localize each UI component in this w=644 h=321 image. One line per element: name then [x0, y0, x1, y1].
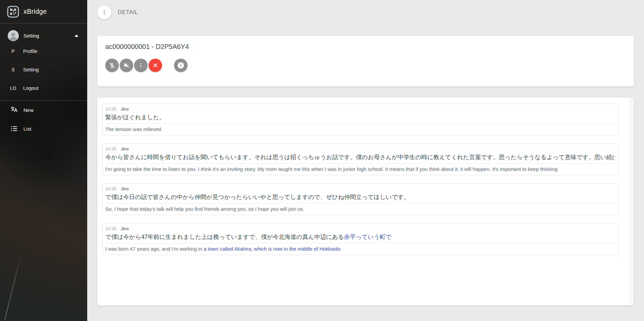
translation-text-segment: I was born 47 years ago, and I'm working… [105, 246, 204, 252]
message-source-text: で僕は今日の話で皆さんの中から仲間が見つかったらいいやと思ってしますので、ぜひね… [105, 192, 615, 203]
transcript-card: 10:25 Jiro 緊張がほぐれました。 The tension was re… [97, 98, 634, 306]
source-text-segment: で僕は今日の話で皆さんの中から仲間が見つかったらいいやと思ってしますので、ぜひね… [105, 194, 410, 200]
source-link-segment[interactable]: 赤平っていう町で [344, 234, 391, 240]
message-meta: 10:25 Jiro [105, 226, 615, 232]
message-speaker: Jiro [121, 186, 129, 191]
sidebar-item-profile[interactable]: P Profile [0, 42, 87, 60]
message-translation-text: So, I hope that today's talk will help y… [105, 203, 615, 215]
sidebar-user-menu-toggle[interactable]: Setting [0, 29, 87, 42]
message-translation-text: I was born 47 years ago, and I'm working… [105, 243, 615, 255]
volume-off-button[interactable] [120, 59, 133, 72]
close-icon [152, 62, 159, 69]
session-id: ac0000000001 - D2P5A6Y4 [105, 43, 626, 51]
message-time: 10:25 [105, 146, 116, 151]
sidebar: xBridge Setting P Profile S Setting LO L… [0, 0, 87, 321]
app-logo-icon [7, 6, 19, 18]
message-time: 10:25 [105, 107, 116, 112]
main-content: DETAIL ac0000000001 - D2P5A6Y4 [87, 0, 644, 321]
source-text-segment: 今から皆さんに時間を借りてお話を聞いてもらいます。それは思うは招くっちゅうお話で… [105, 154, 615, 160]
mic-off-icon [108, 62, 116, 69]
session-card: ac0000000001 - D2P5A6Y4 [97, 36, 634, 86]
message-speaker: Jiro [121, 226, 129, 231]
chevron-up-icon [74, 35, 78, 37]
profile-letter-icon: P [7, 49, 19, 54]
sidebar-item-label: List [23, 126, 31, 132]
message-item: 10:25 Jiro 今から皆さんに時間を借りてお話を聞いてもらいます。それは思… [102, 143, 619, 175]
list-icon [10, 125, 18, 133]
page-header: DETAIL [87, 0, 644, 19]
translate-icon [10, 106, 18, 114]
translation-text-segment: I'm going to take the time to listen to … [105, 166, 557, 172]
info-button[interactable] [174, 59, 187, 72]
message-item: 10:25 Jiro で僕は今から47年前に生まれました上は務っていますで、僕が… [102, 223, 619, 255]
app-title: xBridge [23, 8, 47, 15]
source-text-segment: で僕は今から47年前に生まれました上は務っていますで、僕が今北海道の真ん中辺にあ… [105, 234, 344, 240]
avatar [8, 30, 19, 41]
logout-letter-icon: LO [7, 85, 19, 91]
info-icon [176, 60, 186, 70]
sidebar-item-setting[interactable]: S Setting [0, 60, 87, 79]
message-item: 10:25 Jiro で僕は今日の話で皆さんの中から仲間が見つかったらいいやと思… [102, 183, 619, 215]
message-speaker: Jiro [121, 107, 129, 112]
brand: xBridge [0, 0, 87, 23]
message-time: 10:25 [105, 186, 116, 191]
setting-letter-icon: S [7, 67, 19, 72]
more-options-button[interactable] [134, 59, 148, 72]
sidebar-item-label: Logout [23, 85, 39, 91]
sidebar-item-new[interactable]: New [0, 101, 87, 119]
header-more-button[interactable] [97, 5, 111, 19]
source-text-segment: 緊張がほぐれました。 [105, 114, 165, 121]
sidebar-item-logout[interactable]: LO Logout [0, 79, 87, 97]
page-title: DETAIL [118, 9, 138, 16]
message-time: 10:25 [105, 226, 116, 231]
translation-text-segment: The tension was relieved. [105, 126, 162, 132]
sidebar-item-list[interactable]: List [0, 119, 87, 138]
translation-text-segment: So, I hope that today's talk will help y… [105, 206, 304, 212]
call-controls [105, 59, 626, 72]
scrollbar[interactable] [629, 98, 634, 306]
message-item: 10:25 Jiro 緊張がほぐれました。 The tension was re… [102, 104, 619, 135]
sidebar-user-label: Setting [23, 33, 74, 39]
sidebar-item-label: New [23, 107, 34, 113]
mic-off-button[interactable] [105, 59, 119, 72]
message-speaker: Jiro [121, 146, 129, 151]
more-vert-icon [101, 9, 108, 16]
sidebar-item-label: Profile [23, 48, 38, 54]
message-source-text: 今から皆さんに時間を借りてお話を聞いてもらいます。それは思うは招くっちゅうお話で… [105, 152, 615, 164]
message-translation-text: I'm going to take the time to listen to … [105, 164, 615, 175]
message-meta: 10:25 Jiro [105, 146, 615, 152]
message-meta: 10:25 Jiro [105, 106, 615, 112]
end-call-button[interactable] [149, 59, 162, 72]
translation-link-segment[interactable]: a town called Akahira, which is now in t… [204, 246, 340, 252]
message-translation-text: The tension was relieved. [105, 124, 615, 135]
volume-off-icon [123, 62, 130, 69]
message-source-text: 緊張がほぐれました。 [105, 112, 615, 124]
message-meta: 10:25 Jiro [105, 186, 615, 192]
message-source-text: で僕は今から47年前に生まれました上は務っていますで、僕が今北海道の真ん中辺にあ… [105, 232, 615, 243]
more-vert-icon [137, 62, 145, 69]
sidebar-item-label: Setting [23, 67, 39, 72]
